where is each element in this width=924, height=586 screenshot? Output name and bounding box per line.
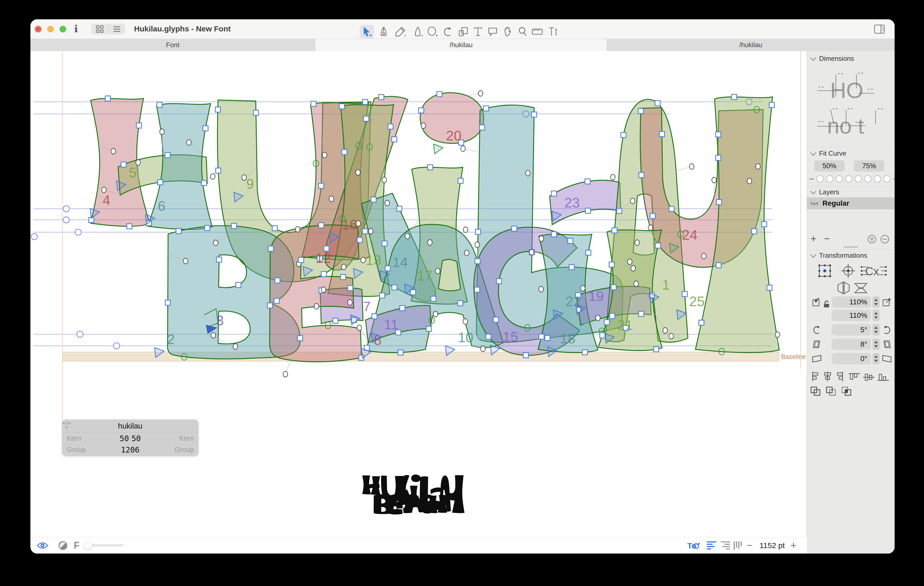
fit-curve-dots[interactable]: [817, 175, 891, 183]
fit-curve-dot[interactable]: [826, 175, 833, 183]
glyph-path-23[interactable]: [549, 180, 621, 225]
slant-right-icon[interactable]: [881, 339, 893, 350]
fit-curve-max-button[interactable]: 75%: [854, 160, 884, 172]
pencil-tool[interactable]: [393, 25, 408, 38]
lock-open-icon[interactable]: [821, 298, 832, 310]
close-button[interactable]: [35, 26, 41, 33]
fit-curve-dot[interactable]: [836, 175, 843, 183]
kern-value-left[interactable]: 50: [120, 434, 129, 443]
scale-y-stepper[interactable]: [873, 310, 879, 321]
svg-text:H: H: [64, 420, 69, 426]
group-label-right: Group: [168, 446, 194, 454]
zoom-level-value[interactable]: 1152 pt: [759, 537, 785, 553]
scale-x-stepper[interactable]: [873, 296, 879, 308]
fit-curve-dot[interactable]: [883, 175, 891, 183]
slant-left-icon[interactable]: [811, 339, 822, 350]
fit-curve-minus[interactable]: −: [809, 176, 814, 182]
path-number-label: 25: [689, 293, 705, 309]
sidebar-toggle-icon[interactable]: [874, 25, 885, 35]
align-left-icon: [813, 372, 818, 381]
select-tool[interactable]: [360, 25, 374, 38]
kerning-tool[interactable]: [546, 25, 560, 38]
rotate-tool[interactable]: [441, 25, 455, 38]
align-text-left-icon[interactable]: [706, 537, 717, 553]
minimize-button[interactable]: [47, 26, 54, 33]
layer-panel-icons[interactable]: [866, 234, 891, 245]
align-icons-row[interactable]: [807, 370, 894, 382]
transform-origin-icons[interactable]: Cx: [807, 262, 894, 295]
zoom-out-button[interactable]: −: [747, 537, 752, 553]
chevron-down-icon: [810, 252, 816, 258]
app-window: i Hukilau.glyphs - New Font: [30, 19, 894, 553]
blackness-icon[interactable]: [58, 537, 68, 553]
skew-left-icon[interactable]: [811, 353, 822, 364]
tab-hukilau[interactable]: /hukilau: [607, 39, 894, 51]
hand-tool[interactable]: [501, 25, 515, 38]
fit-curve-dot[interactable]: [855, 175, 862, 183]
path-number-label: 23: [564, 195, 580, 210]
fit-curve-dot[interactable]: [817, 175, 824, 183]
grid-view-icon[interactable]: [91, 24, 108, 35]
info-icon[interactable]: i: [74, 23, 78, 35]
features-button[interactable]: F: [74, 537, 79, 553]
zoom-tool[interactable]: [515, 25, 530, 38]
skew-stepper[interactable]: [873, 353, 879, 364]
path-number-label: 19: [588, 288, 604, 304]
skew-right-icon[interactable]: [881, 353, 893, 364]
fit-curve-header[interactable]: Fit Curve: [811, 150, 846, 158]
subtract-icon: [827, 387, 835, 395]
zoom-button[interactable]: [59, 26, 66, 33]
path-number-label: 1: [662, 277, 670, 293]
layers-header[interactable]: Layers: [811, 188, 839, 196]
rotate-stepper[interactable]: [873, 324, 879, 336]
glyph-path-8[interactable]: [270, 225, 361, 362]
text-tool[interactable]: [471, 25, 485, 38]
slant-stepper[interactable]: [873, 339, 879, 350]
glyph-info-box[interactable]: hukilau Kern 50 H 50 Kern Group 1206: [62, 420, 198, 456]
measure-tool[interactable]: [530, 25, 544, 38]
path-number-label: 5: [129, 165, 137, 180]
kern-value-right[interactable]: 50: [132, 434, 141, 443]
fit-curve-dot[interactable]: [845, 175, 852, 183]
group-value[interactable]: 1206: [121, 445, 139, 454]
scale-y-field[interactable]: 110%: [832, 310, 871, 321]
intersect-icon: [842, 387, 851, 395]
transform-tool[interactable]: [456, 25, 470, 38]
eye-closed-icon[interactable]: [810, 200, 819, 206]
fit-curve-min-button[interactable]: 50%: [814, 160, 845, 172]
annotation-tool[interactable]: [485, 25, 500, 38]
preview-size-slider[interactable]: [84, 537, 123, 553]
scale-up-icon[interactable]: [881, 296, 893, 308]
fit-curve-dot[interactable]: [864, 175, 871, 183]
ellipse-tool[interactable]: [426, 25, 440, 38]
edit-canvas[interactable]: Baseline45691216131417202223124252378101…: [30, 51, 807, 537]
preview-eye-icon[interactable]: [37, 537, 48, 553]
panel-resize-handle[interactable]: [843, 246, 858, 248]
list-view-icon[interactable]: [109, 24, 125, 35]
view-segmented-control[interactable]: [91, 24, 125, 35]
skew-field[interactable]: 0°: [832, 353, 871, 364]
path-number-label: 7: [363, 299, 371, 314]
shape-pen-tool[interactable]: [410, 25, 424, 38]
tab-Font[interactable]: Font: [30, 39, 315, 51]
layer-row-regular[interactable]: Regular: [807, 198, 894, 209]
slant-field[interactable]: 8°: [832, 339, 871, 350]
align-text-right-icon[interactable]: [720, 537, 731, 553]
fit-curve-plus[interactable]: +: [893, 176, 894, 182]
scale-x-field[interactable]: 110%: [832, 296, 871, 308]
remove-layer-button[interactable]: −: [824, 233, 830, 244]
vertical-text-icon[interactable]: [733, 537, 742, 553]
dimensions-header[interactable]: Dimensions: [811, 54, 854, 63]
add-layer-button[interactable]: +: [810, 233, 816, 244]
zoom-in-button[interactable]: +: [790, 537, 796, 553]
rotate-field[interactable]: 5°: [832, 324, 871, 336]
pen-tool[interactable]: [376, 25, 391, 38]
transformations-header[interactable]: Transformations: [811, 252, 867, 260]
boolean-icons-row[interactable]: [807, 385, 894, 398]
rotate-cw-icon[interactable]: [881, 324, 893, 336]
rotate-ccw-icon[interactable]: [811, 324, 822, 336]
tab-hukilau[interactable]: /hukilau: [315, 39, 607, 51]
slider-knob[interactable]: [84, 542, 92, 550]
fit-curve-dot[interactable]: [874, 175, 881, 183]
text-mode-icon[interactable]: To: [687, 537, 701, 553]
